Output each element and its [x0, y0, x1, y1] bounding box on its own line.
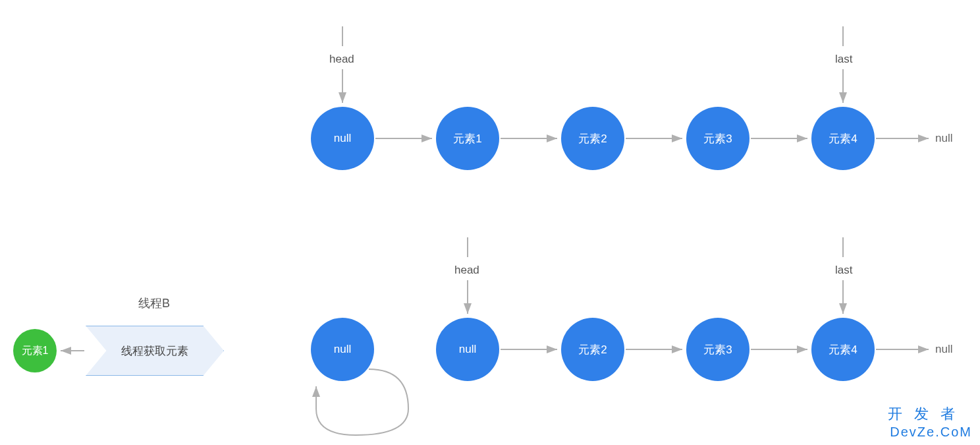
- row2-node-2-text: 元素3: [703, 342, 732, 357]
- thread-b-result-node: 元素1: [13, 329, 57, 372]
- row2-node-1: 元素2: [561, 318, 624, 381]
- row2-node-3: 元素4: [811, 318, 875, 381]
- row1-tail-null: null: [935, 132, 952, 145]
- row1-node-3-text: 元素3: [703, 131, 732, 146]
- thread-b-result-text: 元素1: [22, 344, 49, 358]
- row2-node-3-text: 元素4: [829, 342, 857, 357]
- row1-node-2-text: 元素2: [578, 131, 607, 146]
- thread-b-action-chevron: 线程获取元素: [86, 326, 224, 376]
- row1-node-1-text: 元素1: [453, 131, 481, 146]
- row1-node-0: null: [311, 107, 374, 170]
- head-label-row1: head: [329, 53, 354, 66]
- row2-node-0-text: null: [459, 343, 476, 356]
- row2-detached-text: null: [334, 343, 351, 356]
- row1-node-3: 元素3: [686, 107, 749, 170]
- row1-node-1: 元素1: [436, 107, 499, 170]
- row2-tail-null: null: [935, 343, 952, 356]
- row2-node-1-text: 元素2: [578, 342, 607, 357]
- watermark-line1: 开发者: [888, 404, 967, 424]
- thread-b-action-text: 线程获取元素: [121, 343, 188, 359]
- thread-b-title: 线程B: [138, 295, 170, 311]
- row1-node-4-text: 元素4: [829, 131, 857, 146]
- row1-node-2: 元素2: [561, 107, 624, 170]
- row1-node-0-text: null: [334, 132, 351, 145]
- watermark-line2: DevZe.CoM: [890, 425, 972, 440]
- head-label-row2: head: [454, 264, 479, 277]
- row2-node-0: null: [436, 318, 499, 381]
- row1-node-4: 元素4: [811, 107, 875, 170]
- row2-detached-node: null: [311, 318, 374, 381]
- row2-node-2: 元素3: [686, 318, 749, 381]
- last-label-row1: last: [835, 53, 852, 66]
- last-label-row2: last: [835, 264, 852, 277]
